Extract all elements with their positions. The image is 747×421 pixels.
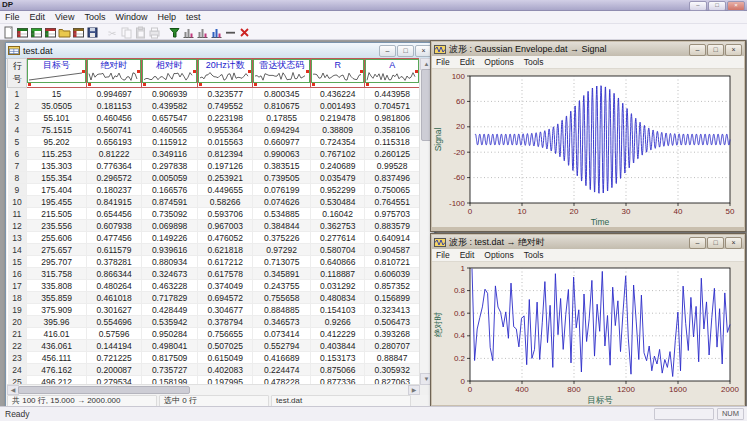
data-cell[interactable]: 0.375226 <box>253 232 311 244</box>
data-cell[interactable]: 0.166576 <box>142 184 198 196</box>
data-cell[interactable]: 0.883579 <box>365 220 420 232</box>
data-cell[interactable]: 0.402083 <box>197 364 253 376</box>
signal-menu-item-edit[interactable]: Edit <box>456 57 481 67</box>
data-cell[interactable]: 0.358106 <box>365 124 420 136</box>
data-cell[interactable]: 0.197126 <box>197 160 253 172</box>
main-minimize-button[interactable]: – <box>689 1 707 11</box>
row-number-cell[interactable]: 22 <box>8 340 27 352</box>
table-row[interactable]: 9175.4040.1802370.1665760.4496550.076199… <box>8 184 420 196</box>
table-row[interactable]: 23456.1110.7212250.8175090.6150490.41668… <box>8 352 420 364</box>
data-cell[interactable]: 0.416689 <box>253 352 311 364</box>
main-close-button[interactable]: × <box>727 1 745 11</box>
data-grid[interactable]: 行号目标号绝对时相对时20Hz计数雷达状态码RA1150.9946970.906… <box>7 58 420 385</box>
data-cell[interactable]: 0.16042 <box>310 208 365 220</box>
row-number-cell[interactable]: 4 <box>8 124 27 136</box>
table-row[interactable]: 21416.010.575960.9502840.7566550.0734140… <box>8 328 420 340</box>
signal-window-titlebar[interactable]: 波形 : Gaussian Envelope.dat → Signal – □ … <box>432 42 744 56</box>
data-cell[interactable]: 0.735092 <box>142 208 198 220</box>
data-cell[interactable]: 215.505 <box>27 208 87 220</box>
data-cell[interactable]: 0.749552 <box>197 100 253 112</box>
data-cell[interactable]: 0.950284 <box>142 328 198 340</box>
data-cell[interactable]: 0.660977 <box>253 136 311 148</box>
table-row[interactable]: 6115.2530.812220.3491160.8123940.9900630… <box>8 148 420 160</box>
data-cell[interactable]: 0.477456 <box>86 232 142 244</box>
data-cell[interactable]: 0.955364 <box>197 124 253 136</box>
table-row[interactable]: 355.1010.4604560.6575470.2231980.178550.… <box>8 112 420 124</box>
data-cell[interactable]: 0.38809 <box>310 124 365 136</box>
data-cell[interactable]: 0.640914 <box>365 232 420 244</box>
data-cell[interactable]: 0.243755 <box>253 280 311 292</box>
data-cell[interactable]: 0.621818 <box>197 244 253 256</box>
menu-item-help[interactable]: Help <box>152 12 181 22</box>
data-cell[interactable]: 0.153173 <box>310 352 365 364</box>
filter-tool-icon[interactable] <box>168 25 181 38</box>
collapse-icon[interactable] <box>224 25 237 38</box>
delete-icon[interactable] <box>238 25 251 38</box>
data-cell[interactable]: 0.346573 <box>253 316 311 328</box>
table-row[interactable]: 15295.7070.3782810.8809340.6172120.71307… <box>8 256 420 268</box>
row-number-cell[interactable]: 16 <box>8 268 27 280</box>
data-cell[interactable]: 0.755658 <box>253 292 311 304</box>
data-cell[interactable]: 0.81222 <box>86 148 142 160</box>
data-cell[interactable]: 0.154103 <box>310 304 365 316</box>
data-cell[interactable]: 0.412229 <box>310 328 365 340</box>
data-cell[interactable]: 0.449655 <box>197 184 253 196</box>
absolute-minimize-button[interactable]: – <box>689 237 706 249</box>
import-data-icon[interactable] <box>72 25 85 38</box>
data-cell[interactable]: 0.073414 <box>253 328 311 340</box>
menu-item-edit[interactable]: Edit <box>25 12 51 22</box>
absolute-menu-item-edit[interactable]: Edit <box>456 250 481 260</box>
table-row[interactable]: 14275.6570.6115790.9396160.6218180.97292… <box>8 244 420 256</box>
data-cell[interactable]: 55.101 <box>27 112 87 124</box>
column-header-col4[interactable]: 雷达状态码 <box>253 59 311 88</box>
data-cell[interactable]: 0.345891 <box>253 268 311 280</box>
data-cell[interactable]: 0.880934 <box>142 256 198 268</box>
table-row[interactable]: 20395.960.5546960.5359420.3787940.346573… <box>8 316 420 328</box>
data-cell[interactable]: 0.323413 <box>365 304 420 316</box>
data-cell[interactable]: 0.617212 <box>197 256 253 268</box>
row-number-cell[interactable]: 5 <box>8 136 27 148</box>
column-header-col3[interactable]: 20Hz计数 <box>197 59 253 88</box>
horizontal-scroll-thumb[interactable] <box>18 386 190 394</box>
data-cell[interactable]: 0.97292 <box>253 244 311 256</box>
data-cell[interactable]: 0.383515 <box>253 160 311 172</box>
data-cell[interactable]: 0.460456 <box>86 112 142 124</box>
data-cell[interactable]: 0.952299 <box>310 184 365 196</box>
data-cell[interactable]: 416.01 <box>27 328 87 340</box>
data-cell[interactable]: 0.88847 <box>365 352 420 364</box>
data-cell[interactable]: 335.808 <box>27 280 87 292</box>
data-cell[interactable]: 0.074626 <box>253 196 311 208</box>
signal-chart[interactable]: 010203040501006020-20-60-100TimeSignal <box>432 69 742 227</box>
data-cell[interactable]: 0.884885 <box>253 304 311 316</box>
data-cell[interactable]: 0.810675 <box>253 100 311 112</box>
row-number-cell[interactable]: 12 <box>8 220 27 232</box>
open-data-green-icon[interactable] <box>30 25 43 38</box>
data-cell[interactable]: 0.180237 <box>86 184 142 196</box>
data-cell[interactable]: 115.253 <box>27 148 87 160</box>
menu-item-test[interactable]: test <box>181 12 206 22</box>
table-window-titlebar[interactable]: test.dat – □ × <box>6 43 434 59</box>
row-number-cell[interactable]: 18 <box>8 292 27 304</box>
data-cell[interactable]: 436.061 <box>27 340 87 352</box>
table-minimize-button[interactable]: – <box>379 45 396 57</box>
data-cell[interactable]: 0.17855 <box>253 112 311 124</box>
absolute-window-titlebar[interactable]: 波形 : test.dat → 绝对时 – □ × <box>432 235 744 249</box>
data-cell[interactable]: 0.001493 <box>310 100 365 112</box>
data-cell[interactable]: 0.694294 <box>253 124 311 136</box>
data-cell[interactable]: 0.756655 <box>197 328 253 340</box>
data-cell[interactable]: 0.857352 <box>365 280 420 292</box>
row-number-cell[interactable]: 14 <box>8 244 27 256</box>
data-cell[interactable]: 95.202 <box>27 136 87 148</box>
data-cell[interactable]: 0.654456 <box>86 208 142 220</box>
data-cell[interactable]: 0.904587 <box>365 244 420 256</box>
row-number-cell[interactable]: 8 <box>8 172 27 184</box>
table-row[interactable]: 595.2020.6561930.1159120.0155630.6609770… <box>8 136 420 148</box>
data-cell[interactable]: 0.461018 <box>86 292 142 304</box>
data-cell[interactable]: 0.906939 <box>142 88 198 100</box>
data-cell[interactable]: 0.149226 <box>142 232 198 244</box>
data-cell[interactable]: 0.99528 <box>365 160 420 172</box>
scroll-right-arrow[interactable]: ▶ <box>408 385 420 395</box>
table-horizontal-scrollbar[interactable]: ◀ ▶ <box>7 384 420 395</box>
data-cell[interactable]: 0.362753 <box>310 220 365 232</box>
table-row[interactable]: 12235.5560.6079380.0698980.9670030.38484… <box>8 220 420 232</box>
